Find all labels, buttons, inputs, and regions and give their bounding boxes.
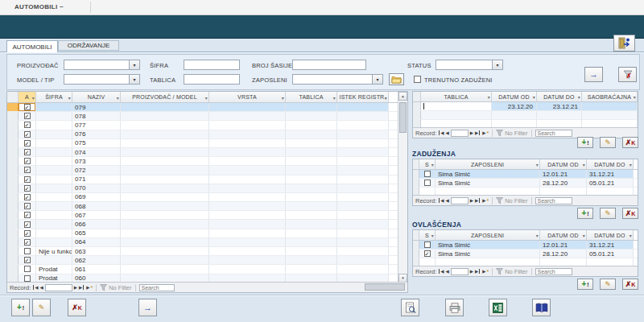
cell-vrsta[interactable] (209, 238, 286, 246)
cell-proizvodac-model[interactable] (121, 121, 209, 129)
cell-proizvodac-model[interactable] (121, 256, 209, 264)
cell-datum-do[interactable]: 05.01.21 (587, 250, 634, 258)
cell-sifra[interactable] (36, 121, 72, 129)
open-zaposleni-button[interactable] (389, 73, 404, 85)
row-selector[interactable] (413, 102, 421, 110)
cell-vrsta[interactable] (209, 175, 286, 184)
chevron-down-icon[interactable]: ▾ (129, 75, 139, 84)
filter-arrow-icon[interactable]: ▾ (630, 162, 632, 167)
checkbox-icon[interactable] (24, 275, 31, 282)
checkbox-cell[interactable]: ✓ (19, 238, 36, 246)
table-row[interactable]: ✓077 (7, 121, 399, 130)
search-input[interactable] (139, 284, 175, 291)
trenutno-zaduzeni-checkbox[interactable] (414, 76, 421, 83)
cell-zaposleni[interactable]: Sima Simić (436, 170, 540, 178)
scrollbar-thumb[interactable] (399, 102, 407, 133)
column-header-datum-od[interactable]: DATUM OD▾ (540, 159, 587, 169)
cell-vrsta[interactable] (209, 184, 286, 192)
new-record-button[interactable]: ▶* (482, 198, 489, 204)
previous-record-button[interactable]: ◀ (446, 198, 449, 203)
cell-istek-registr[interactable] (337, 247, 389, 255)
cell-istek-registr[interactable] (337, 175, 389, 184)
add-record-button[interactable]: +! (577, 279, 593, 290)
cell-proizvodac-model[interactable] (121, 130, 209, 138)
chevron-down-icon[interactable]: ▾ (129, 60, 139, 69)
cell-naziv[interactable]: 077 (72, 121, 121, 129)
cell-datum-do[interactable]: 23.12.21 (537, 102, 582, 110)
tab-automobili[interactable]: AUTOMOBILI (6, 40, 58, 52)
cell-datum-do[interactable]: 31.12.21 (587, 241, 634, 249)
cell-datum-od[interactable] (492, 111, 537, 119)
checkbox-cell[interactable]: ✓ (19, 184, 36, 192)
tablica-input[interactable] (184, 74, 240, 85)
cell-istek-registr[interactable] (337, 103, 389, 111)
table-row[interactable]: ✓Sima Simić28.12.2005.01.21 (413, 250, 638, 258)
table-row[interactable]: ✓075 (7, 139, 399, 148)
cell-vrsta[interactable] (209, 130, 286, 138)
cell-vrsta[interactable] (209, 166, 286, 174)
cell-proizvodac-model[interactable] (121, 112, 209, 120)
table-row[interactable]: Sima Simić12.01.2131.12.21 (413, 241, 638, 250)
table-row[interactable]: ✓076 (7, 130, 399, 139)
checkbox-cell[interactable]: ✓ (19, 121, 36, 129)
cell-tablica[interactable] (286, 139, 337, 147)
cell-sifra[interactable] (36, 157, 72, 165)
checkbox-cell[interactable]: ✓ (19, 175, 36, 184)
filter-arrow-icon[interactable]: ▾ (282, 94, 284, 100)
checkbox-cell[interactable]: ✓ (19, 139, 36, 147)
select-all-corner[interactable] (7, 92, 19, 102)
checkbox-cell[interactable]: ✓ (19, 256, 36, 264)
row-selector[interactable] (413, 170, 419, 178)
cell-vrsta[interactable] (209, 265, 286, 273)
cell-tablica[interactable] (286, 175, 337, 184)
cell-vrsta[interactable] (209, 220, 286, 228)
print-preview-button[interactable] (401, 299, 419, 316)
filter-arrow-icon[interactable]: ▾ (634, 94, 636, 100)
column-header-zaposleni[interactable]: ZAPOSLENI▾ (436, 230, 540, 240)
next-record-button[interactable]: ▶ (470, 130, 473, 135)
row-selector[interactable] (413, 179, 419, 187)
cell-istek-registr[interactable] (337, 112, 389, 120)
previous-record-button[interactable]: ◀ (40, 285, 43, 290)
cell-naziv[interactable]: 072 (72, 166, 121, 174)
first-record-button[interactable]: ◀ (438, 198, 444, 203)
next-record-button[interactable]: ▶ (470, 269, 473, 274)
cell-vrsta[interactable] (209, 202, 286, 210)
cell-sifra[interactable] (36, 256, 72, 264)
table-row[interactable]: ✓065 (7, 229, 399, 238)
table-row[interactable]: Sima Simić12.01.2131.12.21 (413, 170, 638, 179)
cell-datum-od[interactable]: 12.01.21 (540, 241, 587, 249)
table-row[interactable]: ✓072 (7, 166, 399, 175)
table-row[interactable]: ✓067 (7, 211, 399, 220)
cell-tablica[interactable] (286, 202, 337, 210)
cell-proizvodac-model[interactable] (121, 220, 209, 228)
model-tip-combobox[interactable]: ▾ (64, 74, 140, 85)
checkbox-cell[interactable]: ✓ (19, 157, 36, 165)
cell-naziv[interactable]: 071 (72, 175, 121, 184)
column-header-sifra[interactable]: ŠIFRA▾ (36, 92, 72, 102)
cell-zaposleni[interactable]: Sima Simić (436, 250, 540, 258)
print-button[interactable] (445, 299, 464, 316)
checkbox-cell[interactable]: ✓ (19, 103, 36, 111)
next-record-button[interactable]: ▶ (74, 285, 77, 290)
column-header-s[interactable]: S▾ (419, 230, 436, 240)
cell-sifra[interactable] (36, 220, 72, 228)
previous-record-button[interactable]: ◀ (446, 130, 449, 135)
cell-tablica[interactable] (286, 112, 337, 120)
cell-vrsta[interactable] (209, 121, 286, 129)
scroll-up-icon[interactable]: ▲ (398, 92, 407, 101)
row-selector[interactable] (7, 220, 19, 228)
select-all-corner[interactable] (413, 159, 419, 169)
add-record-button[interactable]: +! (577, 137, 593, 148)
delete-vehicle-button[interactable]: ✗K (68, 299, 86, 316)
checkbox-icon[interactable]: ✓ (24, 140, 31, 147)
checkbox-cell[interactable]: ✓ (19, 193, 36, 201)
cell-proizvodac-model[interactable] (121, 103, 209, 111)
table-row[interactable]: 23.12.2023.12.21 (413, 102, 638, 111)
first-record-button[interactable]: ◀ (32, 285, 38, 290)
zaposleni-combobox[interactable]: ▾ (292, 74, 383, 85)
chevron-down-icon[interactable]: ▾ (372, 75, 382, 84)
cell-naziv[interactable]: 079 (72, 103, 121, 111)
checkbox-icon[interactable]: ✓ (24, 194, 31, 200)
row-selector[interactable] (7, 265, 19, 273)
